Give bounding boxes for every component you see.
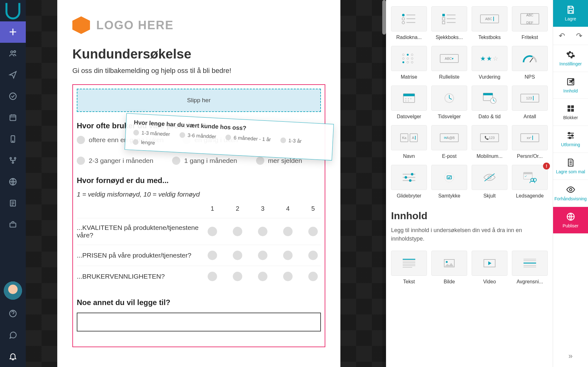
globe-nav[interactable]: [0, 171, 26, 192]
preview-button[interactable]: Forhåndsvisning: [553, 180, 588, 207]
app-logo: [0, 0, 26, 21]
svg-point-15: [402, 18, 405, 20]
component-number[interactable]: 123Antall: [512, 86, 548, 120]
matrix-cell[interactable]: [283, 227, 293, 236]
collapse-button[interactable]: »: [553, 345, 588, 367]
matrix-cell[interactable]: [258, 227, 267, 236]
svg-line-59: [484, 174, 495, 181]
radio-option[interactable]: 1 gang i måneden: [172, 157, 237, 165]
component-ssn[interactable]: xx*Persnr/Or...: [512, 125, 548, 159]
content-section-subtitle: Legg til innhold i undersøkelsen din ved…: [391, 226, 548, 243]
component-divider[interactable]: Avgrensni...: [512, 251, 548, 285]
component-hidden[interactable]: Skjult: [472, 165, 507, 199]
component-date[interactable]: Datovelger: [391, 86, 427, 120]
component-matrix[interactable]: Matrise: [391, 46, 427, 80]
component-stars[interactable]: ★★☆Vurdering: [472, 46, 507, 80]
help-nav[interactable]: [0, 303, 26, 324]
briefcase-nav[interactable]: [0, 214, 26, 235]
component-gauge[interactable]: NPS: [512, 46, 548, 80]
svg-line-44: [449, 98, 452, 99]
textarea[interactable]: [77, 313, 321, 331]
scrollbar[interactable]: [382, 0, 386, 367]
calendar-nav[interactable]: [0, 107, 26, 128]
save-as-template-button[interactable]: Lagre som mal: [553, 153, 588, 180]
svg-point-71: [446, 261, 448, 263]
svg-point-28: [402, 58, 404, 59]
matrix-cell[interactable]: [283, 251, 293, 260]
content-section-title: Innhold: [391, 210, 548, 222]
matrix-cell[interactable]: [258, 272, 267, 281]
component-consent[interactable]: Samtykke: [431, 165, 467, 199]
component-name[interactable]: KaANavn: [391, 125, 427, 159]
mobile-nav[interactable]: [0, 128, 26, 150]
question-freetext[interactable]: Noe annet du vil legge til?: [77, 298, 321, 331]
bell-nav[interactable]: [0, 346, 26, 367]
component-image[interactable]: Bilde: [431, 251, 467, 285]
report-nav[interactable]: [0, 192, 26, 214]
component-email[interactable]: ✉ A@BE-post: [431, 125, 467, 159]
svg-point-8: [12, 162, 14, 164]
svg-rect-36: [403, 94, 415, 96]
component-textbox[interactable]: ABCTekstboks: [472, 6, 507, 40]
matrix-cell[interactable]: [233, 272, 242, 281]
matrix-cell[interactable]: [258, 251, 267, 260]
email-icon: ✉ A@B: [431, 125, 467, 150]
radio-option[interactable]: 1-3 år: [280, 137, 302, 144]
check-nav[interactable]: [0, 86, 26, 107]
matrix-cell[interactable]: [308, 227, 318, 236]
chat-nav[interactable]: [0, 324, 26, 346]
left-navigation: +: [0, 0, 26, 367]
flow-nav[interactable]: [0, 150, 26, 171]
undo-button[interactable]: ↶: [559, 31, 565, 40]
question-satisfaction[interactable]: Hvor fornøyd er du med... 1 = veldig mis…: [77, 176, 321, 287]
dropzone[interactable]: Slipp her: [77, 89, 321, 112]
survey-subtitle[interactable]: Gi oss din tilbakemelding og hjelp oss t…: [72, 67, 325, 75]
svg-point-31: [402, 61, 404, 63]
blocks-button[interactable]: Blokker: [553, 99, 588, 126]
component-video[interactable]: Video: [472, 251, 507, 285]
component-slider[interactable]: Glidebryter: [391, 165, 427, 199]
component-phone[interactable]: 📞 123Mobilnum...: [472, 125, 507, 159]
component-freetext[interactable]: ABCDEFFritekst: [512, 6, 548, 40]
matrix-cell[interactable]: [233, 227, 242, 236]
component-label: Dato & tid: [479, 114, 501, 120]
redo-button[interactable]: ↷: [576, 31, 582, 40]
component-label: Tidsvelger: [438, 114, 461, 120]
save-button[interactable]: Lagre: [553, 0, 588, 27]
component-label: Persnr/Or...: [517, 153, 543, 159]
matrix-cell[interactable]: [208, 272, 217, 281]
component-textblock[interactable]: Tekst: [391, 251, 427, 285]
component-radio[interactable]: Radiokna...: [391, 6, 427, 40]
component-label: Datovelger: [397, 114, 421, 120]
survey-title[interactable]: Kundundersøkelse: [72, 47, 325, 62]
radio-option[interactable]: lengre: [133, 139, 155, 146]
content-button[interactable]: Innhold: [553, 72, 588, 99]
user-avatar[interactable]: [4, 281, 22, 300]
matrix-cell[interactable]: [208, 251, 217, 260]
component-check[interactable]: Sjekkboks...: [431, 6, 467, 40]
radio-option[interactable]: 1-3 måneder: [133, 130, 170, 137]
matrix-cell[interactable]: [308, 251, 318, 260]
svg-point-39: [411, 98, 412, 99]
component-time[interactable]: Tidsvelger: [431, 86, 467, 120]
new-button[interactable]: +: [0, 21, 26, 43]
matrix-cell[interactable]: [208, 227, 217, 236]
divider-icon: [512, 251, 548, 276]
component-datetime[interactable]: Dato & tid: [472, 86, 507, 120]
matrix-cell[interactable]: [233, 251, 242, 260]
component-label: Antall: [524, 114, 536, 120]
layout-button[interactable]: Utforming: [553, 126, 588, 153]
publish-button[interactable]: Publiser: [553, 207, 588, 234]
radio-option[interactable]: 3-6 måndder: [179, 132, 216, 140]
settings-button[interactable]: Innstillinger: [553, 45, 588, 72]
component-label: Mobilnum...: [477, 153, 503, 159]
send-nav[interactable]: [0, 64, 26, 86]
component-dropdown[interactable]: ABC ▾Rulleliste: [431, 46, 467, 80]
matrix-cell[interactable]: [308, 272, 318, 281]
component-companion[interactable]: !Ledsagende: [512, 165, 548, 199]
svg-point-41: [408, 101, 409, 102]
users-nav[interactable]: [0, 43, 26, 64]
radio-option[interactable]: 2-3 ganger i måneden: [77, 157, 153, 165]
radio-option[interactable]: 6 måneder - 1 år: [225, 135, 271, 143]
matrix-cell[interactable]: [283, 272, 293, 281]
